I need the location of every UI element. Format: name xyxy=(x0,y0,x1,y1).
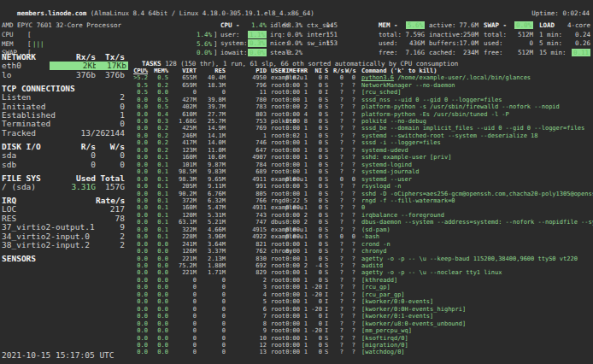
cell-ni: 0 xyxy=(309,204,322,211)
stat-swap-row: free:512M xyxy=(484,49,533,56)
cell-cpu: 0.0 xyxy=(126,241,148,248)
cell-thr: 1 xyxy=(296,191,308,197)
column-header-write[interactable]: W/s xyxy=(345,68,355,74)
cell-state: S xyxy=(325,219,332,226)
cell-cpu: 0.0 xyxy=(126,226,148,233)
cell-thr: 1 xyxy=(296,74,308,81)
cell-res: 0 xyxy=(200,313,226,320)
column-header-thr[interactable]: THR xyxy=(296,68,308,74)
cell-mem: 0.2 xyxy=(151,139,168,146)
cell-virt: 0 xyxy=(172,291,197,298)
item-label: / (sda) xyxy=(2,182,36,191)
cell-cpu: 0.5 xyxy=(126,89,148,96)
cell-cpu: 0.0 xyxy=(126,118,148,125)
cell-command: crond -n xyxy=(361,241,593,248)
cell-thr: 1 xyxy=(296,161,308,168)
cell-virt: 610M xyxy=(172,111,197,118)
stat-mem2-row: inactive:250M xyxy=(429,31,479,38)
cell-pid: 753 xyxy=(228,118,267,125)
cell-mem: 0.0 xyxy=(151,327,168,334)
cell-pid: 746 xyxy=(228,139,267,146)
cell-write: ? xyxy=(345,97,355,103)
cell-virt: 63.1M xyxy=(172,219,197,226)
uptime-label: Uptime: xyxy=(531,9,559,17)
column-header-pid[interactable]: PID xyxy=(228,68,267,74)
process-row: 0.00.1372M6.32M766rngd0:2250S??rngd -f -… xyxy=(126,197,593,204)
stat-label: user: xyxy=(220,31,240,38)
cell-mem: 0.0 xyxy=(151,262,168,269)
cell-ni: 0 xyxy=(309,313,322,320)
cell-pid: 647 xyxy=(228,147,267,154)
column-header-virt[interactable]: VIRT xyxy=(172,68,197,74)
cell-state: S xyxy=(325,342,332,349)
cell-res: 0 xyxy=(200,335,226,342)
gauge-cpu: CPU[1.4%] xyxy=(2,31,217,38)
stat-value: 0.26 xyxy=(575,39,590,47)
cell-mem: 0.1 xyxy=(151,212,168,219)
process-row: 0.00.1205M9.11M991root0:0030S??rsyslogd … xyxy=(126,183,593,190)
cell-state: S xyxy=(325,248,332,255)
cell-state: S xyxy=(325,125,332,132)
cell-write: ? xyxy=(345,226,355,233)
column-header-res[interactable]: RES xyxy=(200,68,226,74)
cell-res: 0 xyxy=(200,277,226,284)
process-row: 0.00.0221M1.71M829root0:0010S??agetty -o… xyxy=(126,269,593,276)
process-link[interactable]: python3.6 xyxy=(361,74,394,81)
cell-write: ? xyxy=(345,284,355,291)
cell-thr: 3 xyxy=(296,82,308,89)
cell-ni: -20 xyxy=(309,306,322,313)
column-header-mem[interactable]: MEM% xyxy=(151,68,168,74)
cell-pid: 784 xyxy=(228,161,267,168)
cell-virt: 0 xyxy=(172,277,197,284)
cell-thr: 1 xyxy=(296,147,308,154)
cell-virt: 1.68G xyxy=(172,118,197,125)
cell-mem: 0.1 xyxy=(151,226,168,233)
cell-res: 0 xyxy=(200,291,226,298)
cell-virt: 0 xyxy=(172,306,197,313)
cell-pid: 743 xyxy=(228,212,267,219)
process-row: 0.00.0005root0:0010I??[kworker/0:0-event… xyxy=(126,298,593,305)
cell-state: S xyxy=(325,226,332,233)
cell-mem: 0.0 xyxy=(151,89,168,96)
cell-mem: 0.5 xyxy=(151,74,168,81)
cell-write: ? xyxy=(345,139,355,146)
column-header-read[interactable]: R/s xyxy=(333,68,343,74)
gauge-bracket: ] xyxy=(214,40,218,48)
cell-state: S xyxy=(325,212,332,219)
cell-mem: 0.2 xyxy=(151,147,168,154)
cell-thr: 1 xyxy=(296,139,308,146)
cell-virt: 425M xyxy=(172,125,197,132)
cell-pid: 805 xyxy=(228,191,267,197)
column-header-state[interactable]: S xyxy=(325,68,332,74)
cell-thr: 1 xyxy=(296,342,308,349)
cell-cpu: 0.0 xyxy=(126,291,148,298)
cell-mem: 0.5 xyxy=(151,97,168,103)
cell-ni: 0 xyxy=(309,320,322,327)
process-row: 0.00.0241M3.64M821root0:0010S??crond -n xyxy=(126,241,593,248)
column-header-cpu[interactable]: CPU% xyxy=(126,68,148,74)
process-row: 0.00.31.68G25.7M753polkitd0:0080S??polki… xyxy=(126,118,593,125)
cell-cpu: 0.0 xyxy=(126,306,148,313)
item-label: lo xyxy=(2,70,11,79)
cell-thr: 2 xyxy=(296,103,308,110)
cell-state: S xyxy=(325,111,332,118)
list-item: eth02Kb17Kb xyxy=(2,62,125,70)
stat-label: CPU - xyxy=(220,21,240,29)
cell-cpu: 0.0 xyxy=(126,197,148,204)
cell-mem: 0.4 xyxy=(151,111,168,118)
cell-res: 0 xyxy=(200,327,226,334)
process-row: 0.00.1228M3.96M4922example-u0:0010S00-ba… xyxy=(126,233,593,240)
cell-mem: 0.1 xyxy=(151,176,168,183)
process-row: 0.00.198.5M9.83M689root0:0010S??systemd-… xyxy=(126,168,593,175)
cell-cpu: 0.0 xyxy=(126,147,148,154)
cell-virt: 0 xyxy=(172,342,197,349)
cell-state: R xyxy=(325,74,332,81)
cell-pid: 7 xyxy=(228,313,267,320)
cell-read: ? xyxy=(333,161,343,168)
column-header-ni[interactable]: NI xyxy=(309,68,322,74)
cell-read: ? xyxy=(333,255,343,262)
cell-read: ? xyxy=(333,168,343,175)
cell-thr: 1 xyxy=(296,335,308,342)
cell-mem: 0.0 xyxy=(151,306,168,313)
column-header-command[interactable]: Command ('k' to kill) xyxy=(361,68,593,74)
